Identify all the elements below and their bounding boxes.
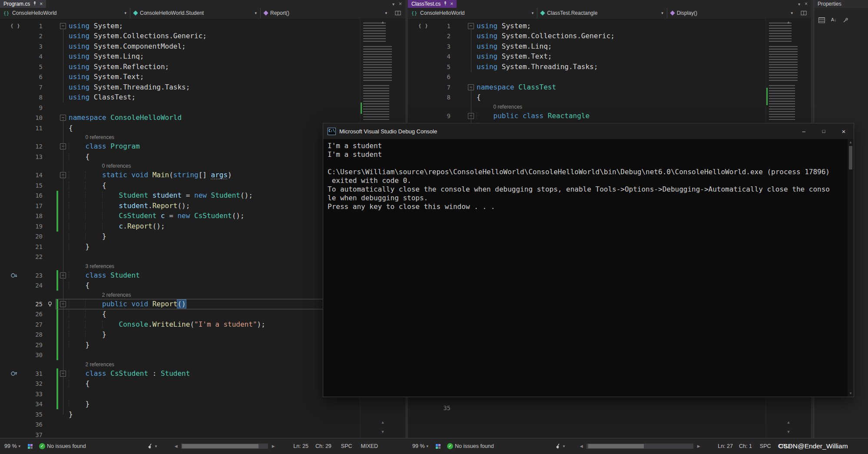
scrollbar-thumb[interactable]: [849, 146, 852, 169]
line-number[interactable]: 33: [24, 391, 44, 398]
line-number[interactable]: 3: [432, 43, 452, 50]
line-number[interactable]: 25: [24, 301, 44, 308]
tab-program-cs[interactable]: Program.cs ×: [0, 0, 46, 8]
scroll-up-icon[interactable]: ▲: [766, 421, 811, 424]
code-line[interactable]: { }1–using System;: [408, 21, 811, 31]
line-number[interactable]: 5: [432, 63, 452, 70]
code-line[interactable]: 37: [0, 430, 405, 438]
line-number[interactable]: 2: [432, 33, 452, 40]
health-indicator[interactable]: ✓ No issues found: [447, 443, 494, 449]
code-line[interactable]: 36: [0, 420, 405, 430]
line-number[interactable]: 35: [24, 411, 44, 418]
code-line[interactable]: 10–namespace ConsoleHelloWorld: [0, 113, 405, 123]
code-cleanup-icon[interactable]: ▾: [555, 443, 565, 449]
navbar-type-dropdown[interactable]: ConsoleHelloWorld.Student ▾: [130, 8, 261, 18]
code-line[interactable]: 6using System.Text;: [0, 72, 405, 83]
property-pages-icon[interactable]: [842, 17, 848, 23]
code-line[interactable]: 9– public class Reactangle: [408, 111, 811, 121]
line-number[interactable]: 36: [24, 421, 44, 428]
minimize-button[interactable]: –: [794, 123, 814, 139]
ide-status-icon[interactable]: [27, 444, 33, 449]
code-line[interactable]: 3using System.ComponentModel;: [0, 41, 405, 52]
code-line[interactable]: 7–namespace ClassTest: [408, 82, 811, 93]
line-number[interactable]: 2: [24, 33, 44, 40]
code-line[interactable]: 9: [0, 103, 405, 113]
line-number[interactable]: 13: [24, 153, 44, 160]
line-number[interactable]: 6: [24, 73, 44, 80]
close-icon[interactable]: ×: [40, 1, 43, 7]
close-group-icon[interactable]: ×: [399, 1, 402, 7]
tab-list-dropdown-icon[interactable]: ▾: [798, 2, 800, 7]
code-line[interactable]: 35}: [0, 409, 405, 420]
code-line[interactable]: 8using ClassTest;: [0, 93, 405, 103]
line-number[interactable]: 23: [24, 272, 44, 279]
code-line[interactable]: 6: [408, 72, 811, 83]
close-icon[interactable]: ×: [450, 1, 453, 7]
code-line[interactable]: 35: [408, 403, 811, 413]
line-number[interactable]: 31: [24, 370, 44, 377]
horizontal-scrollbar[interactable]: ◀ ▶: [172, 444, 277, 449]
scroll-up-icon[interactable]: ▲: [360, 421, 405, 424]
line-number[interactable]: 24: [24, 282, 44, 289]
line-number[interactable]: 9: [24, 104, 44, 111]
scroll-left-icon[interactable]: ◀: [172, 444, 179, 448]
fold-toggle-icon[interactable]: –: [60, 23, 66, 29]
alphabetical-icon[interactable]: A↓: [831, 17, 836, 23]
line-number[interactable]: 15: [24, 182, 44, 189]
scroll-right-icon[interactable]: ▶: [270, 444, 277, 448]
navbar-project-dropdown[interactable]: {} ConsoleHelloWorld ▾: [408, 8, 537, 18]
line-number[interactable]: 18: [24, 212, 44, 219]
code-line[interactable]: 5using System.Reflection;: [0, 62, 405, 72]
horizontal-scrollbar[interactable]: ◀ ▶: [578, 444, 702, 449]
code-line[interactable]: { }1–using System;: [0, 21, 405, 31]
ide-status-icon[interactable]: [435, 444, 441, 449]
line-number[interactable]: 8: [24, 94, 44, 101]
line-number[interactable]: 14: [24, 172, 44, 179]
code-line[interactable]: 4using System.Linq;: [0, 52, 405, 62]
line-number[interactable]: 35: [432, 404, 452, 411]
line-number[interactable]: 8: [432, 94, 452, 101]
zoom-dropdown[interactable]: 99 % ▾: [4, 443, 20, 449]
line-number[interactable]: 37: [24, 431, 44, 438]
code-line[interactable]: 2using System.Collections.Generic;: [408, 31, 811, 42]
line-number[interactable]: 12: [24, 143, 44, 150]
pin-icon[interactable]: [443, 1, 447, 7]
code-line[interactable]: 2using System.Collections.Generic;: [0, 31, 405, 42]
fold-toggle-icon[interactable]: –: [468, 23, 474, 29]
line-number[interactable]: 3: [24, 43, 44, 50]
scroll-right-icon[interactable]: ▶: [695, 444, 702, 448]
maximize-button[interactable]: □: [814, 123, 834, 139]
tab-classtest-cs[interactable]: ClassTest.cs ×: [408, 0, 457, 8]
line-number[interactable]: 10: [24, 114, 44, 121]
line-number[interactable]: 4: [432, 53, 452, 60]
code-line[interactable]: 34 }: [0, 399, 405, 410]
line-number[interactable]: 28: [24, 331, 44, 338]
line-number[interactable]: 9: [432, 113, 452, 119]
line-number[interactable]: 26: [24, 311, 44, 318]
code-line[interactable]: 4using System.Text;: [408, 52, 811, 62]
scroll-down-icon[interactable]: ▼: [766, 430, 811, 434]
line-number[interactable]: 16: [24, 192, 44, 199]
line-number[interactable]: 4: [24, 53, 44, 60]
scrollbar-thumb[interactable]: [588, 444, 644, 448]
tab-list-dropdown-icon[interactable]: ▾: [392, 2, 394, 7]
line-number[interactable]: 22: [24, 253, 44, 260]
line-number[interactable]: 29: [24, 341, 44, 348]
code-cleanup-icon[interactable]: ▾: [147, 443, 157, 449]
line-number[interactable]: 17: [24, 202, 44, 209]
pin-icon[interactable]: [33, 1, 37, 7]
line-number[interactable]: 1: [24, 23, 44, 30]
health-indicator[interactable]: ✓ No issues found: [39, 443, 86, 449]
line-number[interactable]: 34: [24, 401, 44, 408]
line-number[interactable]: 11: [24, 125, 44, 132]
scroll-up-icon[interactable]: ▲: [848, 140, 854, 144]
navbar-member-dropdown[interactable]: Report() ▾: [261, 8, 391, 18]
line-number[interactable]: 7: [432, 84, 452, 91]
code-line[interactable]: 3using System.Linq;: [408, 41, 811, 52]
line-number[interactable]: 1: [432, 23, 452, 30]
categorized-icon[interactable]: [818, 17, 825, 23]
split-window-icon[interactable]: [796, 8, 811, 18]
code-line[interactable]: 8{: [408, 93, 811, 103]
quick-actions-icon[interactable]: [44, 301, 56, 307]
line-number[interactable]: 30: [24, 351, 44, 358]
